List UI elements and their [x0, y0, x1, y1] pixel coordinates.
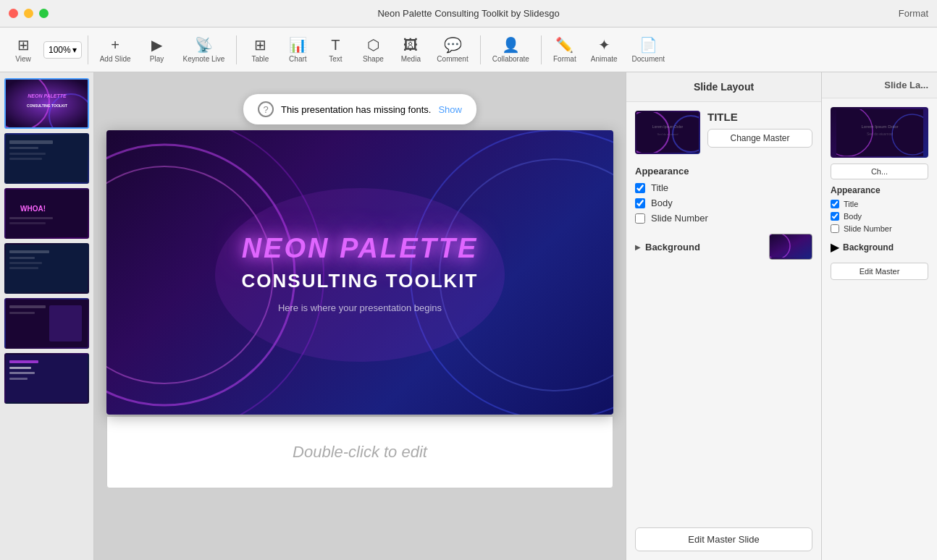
title-checkbox[interactable] — [635, 183, 645, 193]
format-button-titlebar[interactable]: Format — [899, 8, 928, 19]
svg-rect-8 — [9, 153, 46, 155]
rp-body-checkbox[interactable] — [831, 212, 839, 221]
svg-text:Lorem Ipsum Dolor: Lorem Ipsum Dolor — [861, 124, 898, 129]
svg-rect-7 — [9, 147, 38, 149]
slide-thumbnail-1[interactable]: NEON PALETTE CONSULTING TOOLKIT — [4, 78, 89, 129]
toolbar-shape[interactable]: ⬡ Shape — [356, 33, 390, 66]
table-icon: ⊞ — [254, 36, 266, 54]
slide-layout-panel: Slide Layout Lorem Ipsum Dolor Sed do ei… — [626, 72, 821, 560]
keynote-live-icon: 📡 — [195, 36, 213, 54]
minimize-button[interactable] — [24, 9, 33, 18]
title-checkbox-label: Title — [651, 182, 668, 193]
toolbar-view[interactable]: ⊞ View — [6, 33, 41, 66]
notification-show-button[interactable]: Show — [438, 104, 462, 115]
toolbar-media[interactable]: 🖼 Media — [393, 34, 428, 66]
rp-title-label: Title — [844, 200, 858, 208]
format-icon: ✏️ — [555, 36, 573, 54]
layout-title-label: TITLE — [707, 111, 812, 123]
text-icon: T — [331, 37, 340, 54]
toolbar-comment[interactable]: 💬 Comment — [431, 33, 474, 66]
separator-3 — [480, 35, 481, 64]
svg-rect-13 — [9, 222, 46, 224]
rp-background-toggle[interactable]: ▶ Background — [831, 240, 928, 254]
svg-rect-6 — [9, 140, 53, 144]
change-master-button[interactable]: Change Master — [707, 129, 812, 148]
rp-title-checkbox[interactable] — [831, 200, 839, 208]
svg-text:CONSULTING TOOLKIT: CONSULTING TOOLKIT — [27, 103, 67, 108]
toolbar-collaborate[interactable]: 👤 Collaborate — [487, 33, 535, 66]
toolbar-text[interactable]: T Text — [318, 34, 353, 66]
view-icon: ⊞ — [17, 36, 30, 54]
svg-rect-17 — [9, 262, 42, 264]
slide-bottom-area[interactable]: Double-click to edit — [106, 416, 613, 488]
edit-master-slide-button[interactable]: Edit Master Slide — [635, 527, 812, 551]
rp-slide-number-checkbox[interactable] — [831, 224, 839, 233]
svg-text:WHOA!: WHOA! — [20, 205, 46, 213]
svg-rect-20 — [9, 305, 46, 308]
svg-text:Sed do eiusmod: Sed do eiusmod — [866, 132, 892, 136]
svg-text:Sed do eiusmod: Sed do eiusmod — [657, 132, 678, 136]
rp-edit-master-button[interactable]: Edit Master — [831, 263, 928, 280]
body-checkbox-label: Body — [651, 198, 673, 208]
slide-layout-content: Lorem Ipsum Dolor Sed do eiusmod TITLE C… — [626, 102, 821, 519]
maximize-button[interactable] — [39, 9, 49, 18]
toolbar-table[interactable]: ⊞ Table — [243, 33, 277, 66]
rp-background-triangle-icon: ▶ — [831, 240, 839, 254]
slide-content: NEON PALETTE CONSULTING TOOLKIT Here is … — [106, 232, 613, 313]
slide-thumb-wrapper-6: 6 — [4, 353, 89, 404]
background-toggle[interactable]: ▶ Background — [635, 234, 812, 260]
close-button[interactable] — [9, 9, 18, 18]
svg-rect-21 — [9, 312, 35, 314]
toolbar-keynote-live[interactable]: 📡 Keynote Live — [177, 33, 231, 66]
right-panel-header: Slide La... — [822, 72, 937, 98]
rp-background-label: Background — [843, 242, 894, 253]
background-triangle-icon: ▶ — [635, 243, 641, 251]
rp-body-label: Body — [844, 212, 862, 221]
svg-text:NEON PALETTE: NEON PALETTE — [28, 93, 67, 98]
rp-slide-number-checkbox-row: Slide Number — [831, 224, 928, 233]
separator-4 — [541, 35, 542, 64]
rp-background-section: ▶ Background — [831, 240, 928, 254]
background-preview[interactable] — [769, 234, 812, 260]
slide-tagline: Here is where your presentation begins — [106, 302, 613, 313]
svg-rect-27 — [9, 378, 28, 380]
slide-thumb-wrapper-2: 2 — [4, 133, 89, 184]
slide-thumbnail-5[interactable] — [4, 298, 89, 349]
slide-thumbnail-6[interactable] — [4, 353, 89, 404]
rp-change-button[interactable]: Ch... — [831, 164, 928, 179]
rp-appearance-label: Appearance — [831, 185, 928, 195]
toolbar-chart[interactable]: 📊 Chart — [280, 33, 315, 66]
svg-rect-9 — [9, 158, 42, 160]
toolbar-document[interactable]: 📄 Document — [626, 33, 671, 66]
separator-1 — [88, 35, 88, 64]
rp-title-checkbox-row: Title — [831, 200, 928, 208]
slide-thumbnail-4[interactable] — [4, 243, 89, 294]
document-icon: 📄 — [639, 36, 657, 54]
svg-rect-26 — [9, 372, 35, 374]
rp-layout-preview: Lorem Ipsum Dolor Sed do eiusmod — [831, 107, 928, 158]
svg-rect-12 — [9, 217, 53, 219]
chart-icon: 📊 — [289, 36, 307, 54]
media-icon: 🖼 — [403, 37, 418, 54]
appearance-section: Appearance Title Body Slide Number — [635, 166, 812, 224]
rp-body-checkbox-row: Body — [831, 212, 928, 221]
slide-number-checkbox[interactable] — [635, 213, 645, 224]
toolbar-format[interactable]: ✏️ Format — [547, 33, 582, 66]
double-click-label: Double-click to edit — [293, 443, 427, 462]
toolbar-add-slide[interactable]: + Add Slide — [94, 34, 137, 66]
slide-canvas[interactable]: NEON PALETTE CONSULTING TOOLKIT Here is … — [106, 130, 613, 415]
toolbar-animate[interactable]: ✦ Animate — [585, 33, 623, 66]
svg-rect-16 — [9, 257, 35, 259]
slide-thumbnail-2[interactable] — [4, 133, 89, 184]
slide-thumb-wrapper-1: 1 NEON PALETTE CONSULTING TOOLKIT — [4, 78, 89, 129]
body-checkbox-row: Body — [635, 198, 812, 208]
toolbar-play[interactable]: ▶ Play — [140, 33, 175, 66]
background-section: ▶ Background — [635, 234, 812, 260]
notification-message: This presentation has missing fonts. — [281, 104, 431, 115]
canvas-area[interactable]: ? This presentation has missing fonts. S… — [94, 72, 626, 560]
layout-info: TITLE Change Master — [707, 111, 812, 148]
slide-thumbnail-3[interactable]: WHOA! — [4, 188, 89, 239]
body-checkbox[interactable] — [635, 198, 645, 208]
toolbar-zoom[interactable]: 100% ▾ — [43, 41, 82, 59]
animate-icon: ✦ — [598, 36, 610, 54]
